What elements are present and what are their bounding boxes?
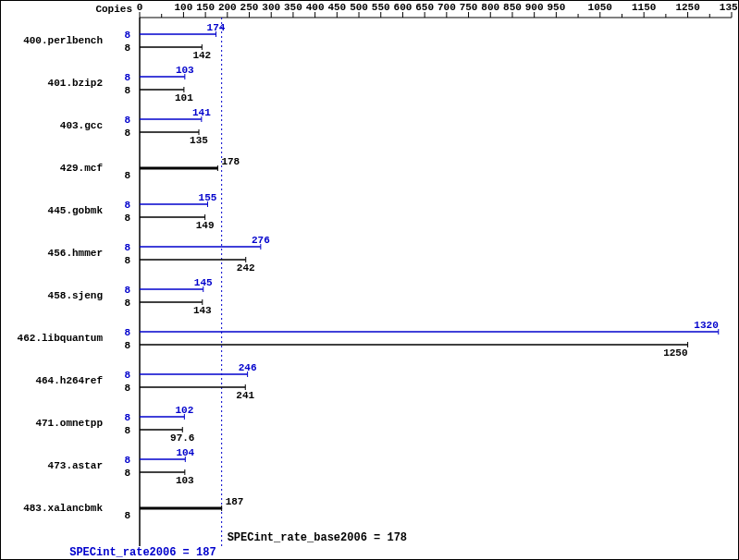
- benchmark-label: 458.sjeng: [48, 290, 103, 301]
- base-value-label: 97.6: [170, 432, 194, 444]
- axis-tick-label: 950: [547, 2, 565, 13]
- base-value-label: 242: [237, 262, 255, 274]
- benchmark-label: 429.mcf: [60, 163, 104, 174]
- peak-value-label: 145: [194, 277, 213, 288]
- axis-tick-label: 400: [306, 2, 325, 13]
- axis-tick-label: 750: [460, 2, 478, 13]
- copies-peak: 8: [124, 115, 130, 126]
- spec-rate-chart: 0100150200250300350400450500550600650700…: [0, 0, 739, 560]
- copies-base: 8: [124, 170, 130, 181]
- axis-tick-label: 700: [437, 2, 456, 13]
- summary-base-label: SPECint_rate_base2006 = 178: [228, 531, 407, 544]
- copies-peak: 8: [124, 327, 130, 338]
- benchmark-label: 456.hmmer: [48, 248, 103, 259]
- copies-base: 8: [124, 128, 130, 139]
- axis-tick-label: 500: [350, 2, 368, 13]
- axis-tick-label: 850: [503, 2, 522, 13]
- axis-tick-label: 550: [372, 2, 390, 13]
- axis-tick-label: 350: [284, 2, 302, 13]
- peak-value-label: 246: [239, 362, 257, 373]
- copies-peak: 8: [124, 200, 130, 211]
- chart-svg: 0100150200250300350400450500550600650700…: [1, 1, 738, 559]
- benchmark-label: 483.xalancbmk: [23, 503, 103, 514]
- peak-value-label: 174: [207, 22, 226, 33]
- axis-tick-label: 800: [481, 2, 499, 13]
- base-value-label: 149: [196, 220, 215, 231]
- axis-tick-label: 150: [196, 2, 215, 13]
- copies-peak: 8: [124, 30, 130, 41]
- copies-base: 8: [124, 298, 130, 309]
- base-value-label: 241: [236, 390, 254, 401]
- axis-tick-label: 1250: [675, 2, 699, 13]
- axis-tick-label: 250: [240, 2, 259, 13]
- base-value-label: 178: [221, 156, 240, 167]
- peak-value-label: 276: [252, 235, 270, 246]
- base-value-label: 135: [190, 135, 208, 146]
- axis-tick-label: 450: [327, 2, 346, 13]
- copies-column-header: Copies: [95, 4, 132, 15]
- copies-peak: 8: [124, 72, 130, 83]
- benchmark-label: 471.omnetpp: [35, 418, 103, 429]
- copies-base: 8: [124, 468, 130, 479]
- copies-base: 8: [124, 85, 130, 96]
- copies-base: 8: [124, 383, 130, 394]
- axis-tick-label: 650: [415, 2, 434, 13]
- axis-tick-label: 0: [137, 2, 143, 13]
- copies-base: 8: [124, 255, 130, 266]
- copies-peak: 8: [124, 455, 130, 466]
- copies-peak: 8: [124, 285, 130, 296]
- axis-tick-label: 1350: [720, 2, 738, 13]
- copies-peak: 8: [124, 370, 130, 381]
- peak-value-label: 155: [199, 192, 217, 203]
- base-value-label: 143: [193, 305, 212, 316]
- copies-base: 8: [124, 425, 130, 436]
- copies-base: 8: [124, 43, 130, 54]
- benchmark-label: 400.perlbench: [23, 35, 103, 46]
- benchmark-label: 445.gobmk: [48, 205, 104, 216]
- axis-tick-label: 300: [262, 2, 280, 13]
- copies-peak: 8: [124, 242, 130, 253]
- axis-tick-label: 900: [525, 2, 544, 13]
- benchmark-label: 403.gcc: [60, 120, 103, 131]
- copies-base: 8: [124, 510, 130, 521]
- benchmark-label: 473.astar: [48, 460, 103, 471]
- axis-tick-label: 100: [175, 2, 193, 13]
- base-value-label: 101: [175, 92, 193, 103]
- base-value-label: 142: [192, 50, 211, 61]
- axis-tick-label: 600: [394, 2, 413, 13]
- peak-value-label: 104: [176, 447, 194, 458]
- axis-tick-label: 200: [218, 2, 237, 13]
- peak-value-label: 102: [175, 405, 193, 416]
- summary-peak-label: SPECint_rate2006 = 187: [69, 546, 216, 559]
- benchmark-label: 462.libquantum: [18, 333, 104, 344]
- peak-value-label: 141: [192, 107, 211, 118]
- benchmark-label: 464.h264ref: [35, 375, 103, 386]
- benchmark-label: 401.bzip2: [48, 78, 103, 89]
- axis-tick-label: 1050: [588, 2, 612, 13]
- base-value-label: 187: [226, 496, 244, 507]
- copies-base: 8: [124, 213, 130, 224]
- base-value-label: 103: [176, 475, 194, 486]
- axis-tick-label: 1150: [632, 2, 656, 13]
- copies-peak: 8: [124, 412, 130, 423]
- peak-value-label: 1320: [694, 320, 718, 331]
- copies-base: 8: [124, 340, 130, 351]
- peak-value-label: 103: [176, 65, 194, 76]
- base-value-label: 1250: [663, 347, 687, 359]
